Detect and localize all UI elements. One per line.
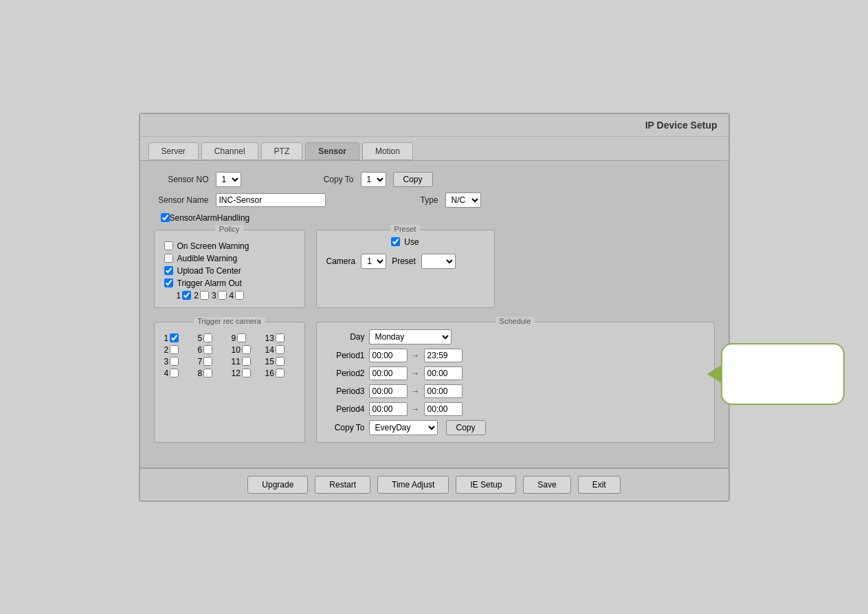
alarm-2: 2 [194,291,209,300]
tab-server[interactable]: Server [148,142,199,160]
alarm-3-checkbox[interactable] [218,291,227,300]
period1-arrow: → [412,351,420,360]
cam-2-checkbox[interactable] [170,345,179,354]
period4-row: Period4 → [326,402,704,416]
cam-8: 8 [198,369,227,378]
sensor-no-label: Sensor NO [154,175,209,184]
trigger-alarm-out-label: Trigger Alarm Out [177,278,242,288]
preset-title: Preset [390,225,421,233]
preset-use-checkbox[interactable] [391,237,400,246]
period4-start[interactable] [369,402,408,416]
preset-use-label: Use [404,237,419,247]
exit-button[interactable]: Exit [578,476,621,494]
upload-to-center-label: Upload To Center [177,266,241,276]
cam-7: 7 [198,357,227,366]
cam-11-checkbox[interactable] [242,357,251,366]
cam-9: 9 [232,333,261,343]
sensor-alarm-checkbox[interactable] [161,213,170,222]
copy-to-top-select[interactable]: 1234 [361,172,386,187]
alarm-1-checkbox[interactable] [182,291,191,300]
schedule-copy-to-select[interactable]: EveryDayMondayTuesday WednesdayThursdayF… [369,420,438,435]
title-bar: IP Device Setup [140,114,728,137]
period4-end[interactable] [424,402,463,416]
sensor-no-group: Sensor NO 1234 [154,172,241,187]
cam-6-checkbox[interactable] [203,345,212,354]
cam-8-checkbox[interactable] [203,369,212,377]
audible-warning-row: Audible Warning [164,254,295,263]
period3-label: Period3 [326,386,365,396]
trigger-alarm-out-checkbox[interactable] [164,278,173,287]
cam-10-checkbox[interactable] [242,345,251,354]
alarm-4: 4 [230,291,245,300]
period2-start[interactable] [369,366,408,380]
upload-to-center-row: Upload To Center [164,266,295,276]
cam-14: 14 [265,345,295,355]
period3-start[interactable] [369,384,408,398]
cam-9-checkbox[interactable] [237,333,246,342]
preset-preset-select[interactable] [421,254,456,269]
on-screen-warning-checkbox[interactable] [164,241,173,250]
tab-motion[interactable]: Motion [362,142,413,160]
tab-ptz[interactable]: PTZ [261,142,303,160]
alarm-2-checkbox[interactable] [200,291,209,300]
cam-14-checkbox[interactable] [276,345,285,354]
preset-camera-label: Camera [326,256,356,266]
main-window: IP Device Setup Server Channel PTZ Senso… [139,113,730,502]
cam-1: 1 [164,333,194,343]
cam-15: 15 [265,357,295,366]
cam-16: 16 [265,369,295,378]
period1-end[interactable] [424,349,463,362]
tab-channel[interactable]: Channel [201,142,258,160]
upgrade-button[interactable]: Upgrade [247,476,308,494]
day-select[interactable]: MondayTuesdayWednesday ThursdayFridaySat… [369,329,452,344]
period1-start[interactable] [369,349,408,362]
audible-warning-checkbox[interactable] [164,254,173,263]
copy-top-button[interactable]: Copy [393,172,433,187]
tab-sensor[interactable]: Sensor [305,142,359,160]
on-screen-warning-row: On Screen Warning [164,241,295,251]
time-adjust-button[interactable]: Time Adjust [377,476,449,494]
cam-12: 12 [232,369,261,378]
window-title: IP Device Setup [645,120,717,131]
upload-to-center-checkbox[interactable] [164,266,173,275]
schedule-title: Schedule [496,317,535,325]
cam-15-checkbox[interactable] [276,357,285,366]
cam-3: 3 [164,357,194,366]
preset-camera-select[interactable]: 1234 [361,254,386,269]
preset-preset-label: Preset [392,256,416,266]
cam-3-checkbox[interactable] [170,357,179,366]
ie-setup-button[interactable]: IE Setup [456,476,516,494]
cam-5-checkbox[interactable] [203,333,212,342]
callout-bubble [721,343,845,405]
period3-row: Period3 → [326,384,704,398]
schedule-copy-button[interactable]: Copy [446,420,486,435]
type-select[interactable]: N/CN/O [445,193,481,208]
alarm-1: 1 [177,291,192,300]
cam-7-checkbox[interactable] [203,357,212,366]
alarm-4-checkbox[interactable] [235,291,244,300]
period3-end[interactable] [424,384,463,398]
schedule-group: Schedule Day MondayTuesdayWednesday Thur… [316,322,715,443]
cam-12-checkbox[interactable] [242,369,251,377]
sensor-no-select[interactable]: 1234 [216,172,241,187]
cam-1-checkbox[interactable] [170,333,179,342]
cam-4-checkbox[interactable] [170,369,179,377]
trigger-rec-group: Trigger rec camera 1 5 9 13 2 6 10 14 3 … [154,322,305,443]
cam-16-checkbox[interactable] [276,369,285,377]
sensor-name-input[interactable] [216,193,326,207]
tab-bar: Server Channel PTZ Sensor Motion [140,137,728,160]
top-fields-row: Sensor NO 1234 Copy To 1234 Copy [154,172,715,187]
cam-13-checkbox[interactable] [276,333,285,342]
alarm-3: 3 [212,291,227,300]
save-button[interactable]: Save [523,476,570,494]
audible-warning-label: Audible Warning [177,254,238,263]
cam-5: 5 [198,333,227,343]
cam-13: 13 [265,333,295,343]
period2-end[interactable] [424,366,463,380]
middle-section: Policy On Screen Warning Audible Warning… [154,230,715,315]
period2-arrow: → [412,369,420,378]
trigger-rec-title: Trigger rec camera [193,317,265,325]
restart-button[interactable]: Restart [315,476,370,494]
sensor-name-label: Sensor Name [154,195,209,205]
alarm-out-numbers-row: 1 2 3 4 [177,291,295,300]
